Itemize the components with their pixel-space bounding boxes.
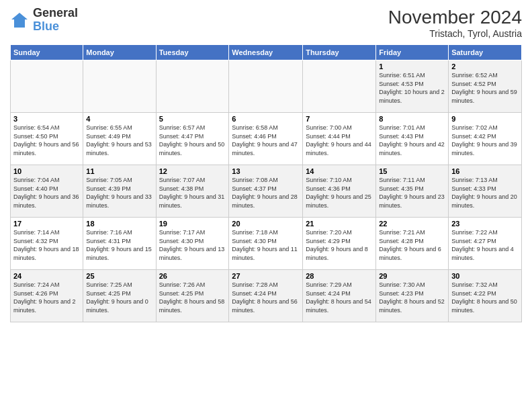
calendar: Sunday Monday Tuesday Wednesday Thursday… [10,44,522,322]
day-number: 30 [451,272,519,280]
day-number: 29 [379,272,445,280]
day-number: 2 [451,62,519,71]
calendar-body: 1Sunrise: 6:51 AMSunset: 4:53 PMDaylight… [11,60,522,322]
day-number: 1 [379,62,445,71]
week-row-1: 3Sunrise: 6:54 AMSunset: 4:50 PMDaylight… [11,113,522,165]
day-number: 20 [232,220,300,228]
day-number: 9 [451,115,519,123]
day-cell: 3Sunrise: 6:54 AMSunset: 4:50 PMDaylight… [11,113,83,165]
day-cell: 13Sunrise: 7:08 AMSunset: 4:37 PMDayligh… [229,165,303,218]
day-info: Sunrise: 7:04 AMSunset: 4:40 PMDaylight:… [13,176,80,210]
day-info: Sunrise: 6:57 AMSunset: 4:47 PMDaylight:… [159,124,226,157]
col-monday: Monday [83,45,156,60]
day-info: Sunrise: 7:26 AMSunset: 4:25 PMDaylight:… [159,281,226,314]
day-number: 3 [13,115,80,123]
day-cell: 24Sunrise: 7:24 AMSunset: 4:26 PMDayligh… [11,270,83,322]
day-cell: 7Sunrise: 7:00 AMSunset: 4:44 PMDaylight… [303,113,376,165]
day-cell: 16Sunrise: 7:13 AMSunset: 4:33 PMDayligh… [449,165,522,218]
day-number: 8 [379,115,445,123]
svg-marker-0 [11,13,28,28]
day-cell [11,60,83,113]
day-info: Sunrise: 6:52 AMSunset: 4:52 PMDaylight:… [451,71,519,105]
day-number: 7 [306,115,373,123]
day-number: 13 [232,167,300,175]
week-row-2: 10Sunrise: 7:04 AMSunset: 4:40 PMDayligh… [11,165,522,218]
day-info: Sunrise: 7:00 AMSunset: 4:44 PMDaylight:… [306,124,373,157]
day-cell: 5Sunrise: 6:57 AMSunset: 4:47 PMDaylight… [156,113,229,165]
day-info: Sunrise: 7:18 AMSunset: 4:30 PMDaylight:… [232,228,300,262]
day-cell: 25Sunrise: 7:25 AMSunset: 4:25 PMDayligh… [83,270,156,322]
day-info: Sunrise: 6:51 AMSunset: 4:53 PMDaylight:… [379,71,445,105]
day-cell: 11Sunrise: 7:05 AMSunset: 4:39 PMDayligh… [83,165,156,218]
day-cell: 18Sunrise: 7:16 AMSunset: 4:31 PMDayligh… [83,218,156,270]
calendar-header: Sunday Monday Tuesday Wednesday Thursday… [11,45,522,60]
day-number: 23 [451,220,519,228]
week-row-0: 1Sunrise: 6:51 AMSunset: 4:53 PMDaylight… [11,60,522,113]
page: General Blue November 2024 Tristach, Tyr… [0,0,532,411]
day-cell: 21Sunrise: 7:20 AMSunset: 4:29 PMDayligh… [303,218,376,270]
day-cell: 19Sunrise: 7:17 AMSunset: 4:30 PMDayligh… [156,218,229,270]
col-tuesday: Tuesday [156,45,229,60]
day-number: 5 [159,115,226,123]
day-number: 17 [13,220,80,228]
day-cell [83,60,156,113]
day-cell: 27Sunrise: 7:28 AMSunset: 4:24 PMDayligh… [229,270,303,322]
day-info: Sunrise: 7:01 AMSunset: 4:43 PMDaylight:… [379,124,445,157]
col-friday: Friday [376,45,449,60]
day-number: 18 [86,220,152,228]
header-row: Sunday Monday Tuesday Wednesday Thursday… [11,45,522,60]
day-info: Sunrise: 6:55 AMSunset: 4:49 PMDaylight:… [86,124,152,157]
col-sunday: Sunday [11,45,83,60]
day-cell: 23Sunrise: 7:22 AMSunset: 4:27 PMDayligh… [449,218,522,270]
day-cell: 28Sunrise: 7:29 AMSunset: 4:24 PMDayligh… [303,270,376,322]
day-cell [303,60,376,113]
day-cell: 17Sunrise: 7:14 AMSunset: 4:32 PMDayligh… [11,218,83,270]
day-cell: 4Sunrise: 6:55 AMSunset: 4:49 PMDaylight… [83,113,156,165]
logo: General Blue [10,7,78,34]
day-info: Sunrise: 7:13 AMSunset: 4:33 PMDaylight:… [451,176,519,210]
day-number: 22 [379,220,445,228]
day-cell: 26Sunrise: 7:26 AMSunset: 4:25 PMDayligh… [156,270,229,322]
day-info: Sunrise: 7:08 AMSunset: 4:37 PMDaylight:… [232,176,300,210]
day-info: Sunrise: 7:24 AMSunset: 4:26 PMDaylight:… [13,281,80,314]
day-info: Sunrise: 7:28 AMSunset: 4:24 PMDaylight:… [232,281,300,314]
logo-line2: Blue [33,19,59,33]
header: General Blue November 2024 Tristach, Tyr… [10,7,522,39]
day-number: 27 [232,272,300,280]
day-number: 16 [451,167,519,175]
day-number: 25 [86,272,152,280]
day-number: 4 [86,115,152,123]
day-info: Sunrise: 7:02 AMSunset: 4:42 PMDaylight:… [451,124,519,157]
title-block: November 2024 Tristach, Tyrol, Austria [388,7,522,39]
day-number: 11 [86,167,152,175]
logo-line1: General [33,6,78,19]
day-info: Sunrise: 7:22 AMSunset: 4:27 PMDaylight:… [451,228,519,262]
day-cell: 22Sunrise: 7:21 AMSunset: 4:28 PMDayligh… [376,218,449,270]
day-info: Sunrise: 7:21 AMSunset: 4:28 PMDaylight:… [379,228,445,262]
location-subtitle: Tristach, Tyrol, Austria [388,28,522,39]
day-info: Sunrise: 7:32 AMSunset: 4:22 PMDaylight:… [451,281,519,314]
day-info: Sunrise: 6:54 AMSunset: 4:50 PMDaylight:… [13,124,80,157]
day-info: Sunrise: 7:17 AMSunset: 4:30 PMDaylight:… [159,228,226,262]
logo-text: General Blue [33,7,78,34]
day-info: Sunrise: 7:05 AMSunset: 4:39 PMDaylight:… [86,176,152,210]
day-number: 15 [379,167,445,175]
day-info: Sunrise: 7:16 AMSunset: 4:31 PMDaylight:… [86,228,152,262]
day-number: 14 [306,167,373,175]
day-cell: 1Sunrise: 6:51 AMSunset: 4:53 PMDaylight… [376,60,449,113]
day-number: 19 [159,220,226,228]
day-cell: 8Sunrise: 7:01 AMSunset: 4:43 PMDaylight… [376,113,449,165]
day-number: 21 [306,220,373,228]
day-cell: 20Sunrise: 7:18 AMSunset: 4:30 PMDayligh… [229,218,303,270]
col-wednesday: Wednesday [229,45,303,60]
day-number: 26 [159,272,226,280]
day-number: 24 [13,272,80,280]
week-row-4: 24Sunrise: 7:24 AMSunset: 4:26 PMDayligh… [11,270,522,322]
day-cell [229,60,303,113]
day-cell: 29Sunrise: 7:30 AMSunset: 4:23 PMDayligh… [376,270,449,322]
day-number: 10 [13,167,80,175]
day-number: 6 [232,115,300,123]
day-number: 12 [159,167,226,175]
day-cell: 30Sunrise: 7:32 AMSunset: 4:22 PMDayligh… [449,270,522,322]
month-title: November 2024 [388,7,522,28]
